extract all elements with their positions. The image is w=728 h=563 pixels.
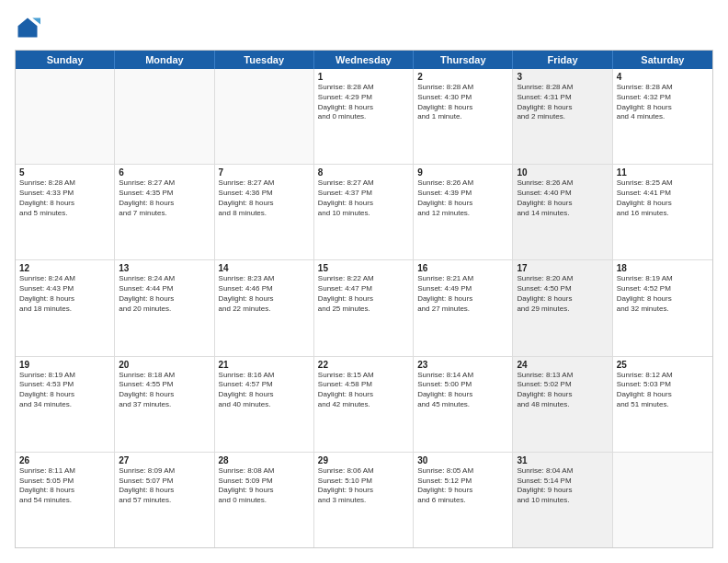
cell-line: Daylight: 8 hours xyxy=(517,294,608,304)
cal-cell-4-3: 29Sunrise: 8:06 AMSunset: 5:10 PMDayligh… xyxy=(314,453,414,547)
cell-line: Daylight: 8 hours xyxy=(19,390,110,400)
cell-line: and 25 minutes. xyxy=(318,304,409,315)
cell-line: Sunset: 5:00 PM xyxy=(417,380,508,390)
cell-line: Daylight: 8 hours xyxy=(119,199,210,209)
cal-cell-0-1 xyxy=(115,69,214,164)
cal-cell-0-3: 1Sunrise: 8:28 AMSunset: 4:29 PMDaylight… xyxy=(314,69,414,164)
cell-line: Sunset: 4:50 PM xyxy=(517,284,608,294)
cell-line: Sunset: 4:52 PM xyxy=(617,284,709,294)
cell-line: Daylight: 8 hours xyxy=(417,199,508,209)
calendar: SundayMondayTuesdayWednesdayThursdayFrid… xyxy=(15,50,713,548)
cell-line: Daylight: 8 hours xyxy=(417,390,508,400)
cell-line: Sunrise: 8:12 AM xyxy=(617,371,709,381)
cell-line: Sunrise: 8:09 AM xyxy=(119,466,210,477)
day-number: 16 xyxy=(417,263,508,273)
cal-cell-4-4: 30Sunrise: 8:05 AMSunset: 5:12 PMDayligh… xyxy=(414,453,513,547)
cell-line: Daylight: 8 hours xyxy=(219,294,310,304)
cell-line: and 42 minutes. xyxy=(318,400,409,410)
day-number: 4 xyxy=(617,72,709,82)
day-number: 15 xyxy=(318,263,409,273)
cell-line: Sunset: 5:03 PM xyxy=(617,380,709,390)
cell-line: Daylight: 8 hours xyxy=(318,390,409,400)
cell-line: Sunrise: 8:28 AM xyxy=(617,83,709,93)
day-number: 26 xyxy=(19,455,110,465)
cell-line: and 37 minutes. xyxy=(119,400,210,410)
cell-line: Sunset: 5:12 PM xyxy=(417,477,508,487)
header xyxy=(15,15,713,40)
cell-line: Sunset: 4:37 PM xyxy=(318,189,409,199)
day-number: 21 xyxy=(219,360,310,370)
day-number: 13 xyxy=(119,263,210,273)
cell-line: Daylight: 8 hours xyxy=(19,294,110,304)
cell-line: and 57 minutes. xyxy=(119,496,210,506)
cal-cell-1-3: 8Sunrise: 8:27 AMSunset: 4:37 PMDaylight… xyxy=(314,165,414,259)
cell-line: Sunrise: 8:08 AM xyxy=(219,466,310,477)
cell-line: Sunrise: 8:28 AM xyxy=(19,178,110,189)
cell-line: Sunrise: 8:11 AM xyxy=(19,466,110,477)
cell-line: Daylight: 8 hours xyxy=(617,103,709,113)
cell-line: Sunset: 4:43 PM xyxy=(19,284,110,294)
cal-cell-2-0: 12Sunrise: 8:24 AMSunset: 4:43 PMDayligh… xyxy=(16,260,115,355)
day-number: 24 xyxy=(517,360,608,370)
cell-line: Sunrise: 8:24 AM xyxy=(19,274,110,284)
header-day-friday: Friday xyxy=(513,51,612,69)
cell-line: Sunrise: 8:19 AM xyxy=(19,371,110,381)
cell-line: Sunrise: 8:14 AM xyxy=(417,371,508,381)
cell-line: Sunset: 4:36 PM xyxy=(219,189,310,199)
cal-cell-3-6: 25Sunrise: 8:12 AMSunset: 5:03 PMDayligh… xyxy=(613,357,712,452)
cell-line: Sunrise: 8:05 AM xyxy=(417,466,508,477)
cell-line: and 32 minutes. xyxy=(617,304,709,315)
cell-line: Sunset: 4:39 PM xyxy=(417,189,508,199)
cell-line: Sunrise: 8:16 AM xyxy=(219,371,310,381)
cell-line: Daylight: 8 hours xyxy=(219,199,310,209)
cal-cell-1-5: 10Sunrise: 8:26 AMSunset: 4:40 PMDayligh… xyxy=(513,165,612,259)
cell-line: Sunrise: 8:27 AM xyxy=(119,178,210,189)
cal-cell-0-0 xyxy=(16,69,115,164)
header-day-sunday: Sunday xyxy=(16,51,115,69)
day-number: 25 xyxy=(617,360,709,370)
cal-cell-1-1: 6Sunrise: 8:27 AMSunset: 4:35 PMDaylight… xyxy=(115,165,214,259)
cell-line: and 10 minutes. xyxy=(517,496,608,506)
cell-line: Sunset: 4:41 PM xyxy=(617,189,709,199)
cal-cell-1-6: 11Sunrise: 8:25 AMSunset: 4:41 PMDayligh… xyxy=(613,165,712,259)
day-number: 8 xyxy=(318,167,409,178)
cell-line: Sunrise: 8:04 AM xyxy=(517,466,608,477)
cell-line: Sunset: 4:58 PM xyxy=(318,380,409,390)
cal-cell-3-4: 23Sunrise: 8:14 AMSunset: 5:00 PMDayligh… xyxy=(414,357,513,452)
cal-cell-3-0: 19Sunrise: 8:19 AMSunset: 4:53 PMDayligh… xyxy=(16,357,115,452)
cell-line: and 6 minutes. xyxy=(417,496,508,506)
cell-line: and 48 minutes. xyxy=(517,400,608,410)
cell-line: Sunset: 4:47 PM xyxy=(318,284,409,294)
cell-line: Sunset: 4:35 PM xyxy=(119,189,210,199)
cell-line: and 2 minutes. xyxy=(517,112,608,122)
cell-line: and 3 minutes. xyxy=(318,496,409,506)
cell-line: Sunrise: 8:26 AM xyxy=(517,178,608,189)
cell-line: Sunset: 4:32 PM xyxy=(617,93,709,103)
cell-line: Sunset: 4:31 PM xyxy=(517,93,608,103)
day-number: 31 xyxy=(517,455,608,465)
cell-line: Daylight: 8 hours xyxy=(517,103,608,113)
cell-line: and 8 minutes. xyxy=(219,209,310,219)
cell-line: Daylight: 8 hours xyxy=(617,294,709,304)
cell-line: Sunrise: 8:26 AM xyxy=(417,178,508,189)
day-number: 20 xyxy=(119,360,210,370)
header-day-wednesday: Wednesday xyxy=(314,51,414,69)
cal-cell-0-4: 2Sunrise: 8:28 AMSunset: 4:30 PMDaylight… xyxy=(414,69,513,164)
cell-line: Sunrise: 8:18 AM xyxy=(119,371,210,381)
cell-line: Daylight: 8 hours xyxy=(119,294,210,304)
cal-cell-2-3: 15Sunrise: 8:22 AMSunset: 4:47 PMDayligh… xyxy=(314,260,414,355)
cal-cell-3-3: 22Sunrise: 8:15 AMSunset: 4:58 PMDayligh… xyxy=(314,357,414,452)
day-number: 30 xyxy=(417,455,508,465)
cell-line: Daylight: 9 hours xyxy=(318,486,409,496)
cell-line: Sunrise: 8:28 AM xyxy=(318,83,409,93)
cell-line: Daylight: 8 hours xyxy=(517,390,608,400)
cal-cell-0-5: 3Sunrise: 8:28 AMSunset: 4:31 PMDaylight… xyxy=(513,69,612,164)
cal-row-2: 12Sunrise: 8:24 AMSunset: 4:43 PMDayligh… xyxy=(16,260,712,356)
day-number: 29 xyxy=(318,455,409,465)
cell-line: Daylight: 8 hours xyxy=(318,199,409,209)
cal-cell-0-2 xyxy=(215,69,314,164)
cell-line: Sunrise: 8:19 AM xyxy=(617,274,709,284)
cell-line: and 54 minutes. xyxy=(19,496,110,506)
page: SundayMondayTuesdayWednesdayThursdayFrid… xyxy=(0,0,728,563)
day-number: 23 xyxy=(417,360,508,370)
